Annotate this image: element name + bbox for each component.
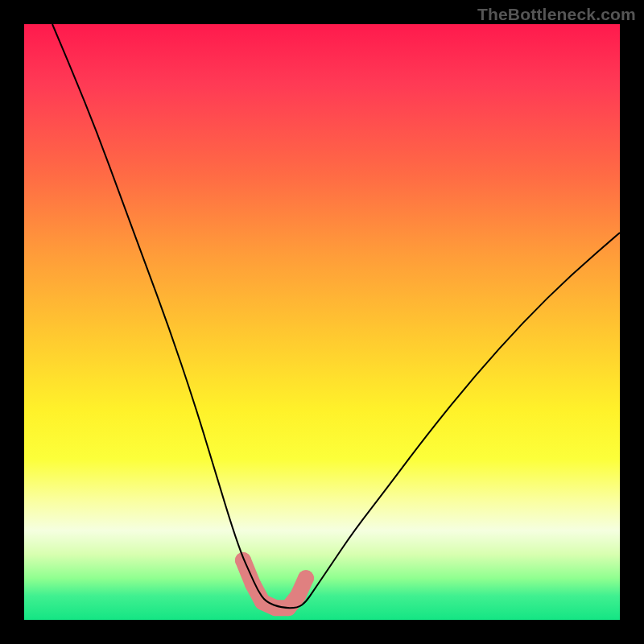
plot-area — [24, 24, 620, 620]
valley-highlight-dot — [235, 552, 251, 568]
chart-svg — [24, 24, 620, 620]
valley-highlight-dot — [290, 588, 306, 604]
watermark-text: TheBottleneck.com — [477, 5, 636, 24]
valley-highlight-layer — [235, 552, 314, 616]
bottleneck-curve — [52, 24, 620, 608]
chart-frame: TheBottleneck.com — [0, 0, 644, 644]
valley-highlight-dot — [298, 570, 314, 586]
